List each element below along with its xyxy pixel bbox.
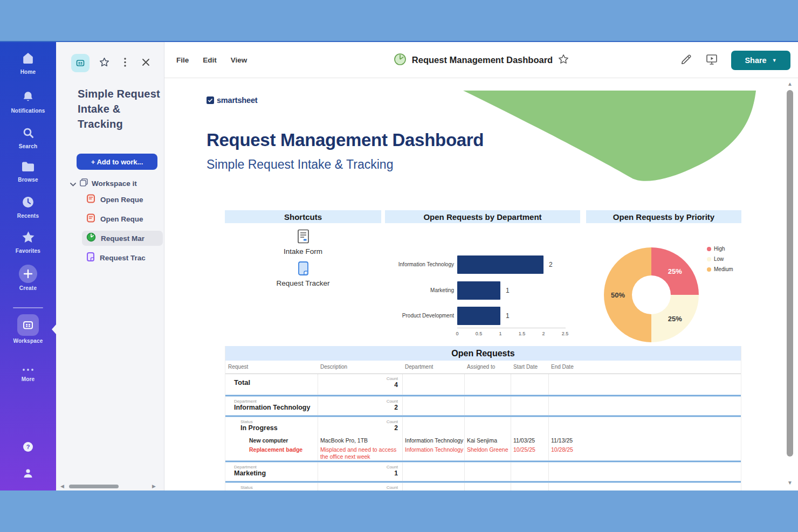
tree-root-workspace-items[interactable]: Workspace it [70, 178, 137, 189]
plus-icon [19, 265, 37, 283]
count-value: 4 [387, 381, 398, 389]
rail-item-search[interactable]: Search [0, 127, 56, 149]
scroll-down-arrow[interactable]: ▼ [787, 480, 793, 486]
bar-category-label: Product Development [385, 313, 454, 319]
rail-item-browse[interactable]: Browse [0, 161, 56, 183]
star-outline-icon [99, 57, 109, 70]
sheet-icon [298, 261, 309, 278]
main-area: FileEditView Request Management Dashboar… [164, 42, 798, 490]
legend-label: Low [714, 256, 724, 262]
donut-slice-label: 25% [668, 314, 682, 322]
legend-dot [707, 257, 711, 261]
tree-root-label: Workspace it [92, 179, 137, 188]
desktop-background: HomeNotificationsSearchBrowseRecentsFavo… [0, 0, 798, 532]
panel-menu-button[interactable] [119, 57, 131, 69]
rail-item-label: Browse [18, 177, 38, 183]
favorite-dashboard-button[interactable] [558, 54, 569, 67]
column-header-4: Start Date [513, 364, 538, 370]
tree-item-label: Open Reque [100, 196, 143, 204]
account-button[interactable] [0, 467, 56, 482]
bar-1 [457, 281, 500, 300]
legend-item-high: High [707, 246, 733, 252]
dashboard-title: Request Management Dashboard [412, 55, 553, 65]
shortcuts-header: Shortcuts [225, 210, 381, 223]
menu-edit[interactable]: Edit [203, 56, 217, 64]
workspace-title: Simple Request Intake & Tracking [78, 86, 161, 132]
bar-value-label: 2 [549, 261, 553, 268]
rail-item-favorites[interactable]: Favorites [0, 231, 56, 254]
group-field-label: Department [234, 465, 257, 469]
add-to-workspace-button[interactable]: + Add to work... [77, 154, 157, 170]
shortcut-label: Intake Form [284, 247, 322, 255]
dashboard-toolbar: FileEditView Request Management Dashboar… [164, 42, 798, 78]
rail-item-create[interactable]: Create [0, 265, 56, 291]
rail-divider [13, 307, 43, 308]
menu-view[interactable]: View [231, 56, 247, 64]
request-row: New computerMacBook Pro, 1TBInformation … [225, 436, 741, 445]
help-button[interactable]: ? [0, 441, 56, 455]
rail-item-recents[interactable]: Recents [0, 196, 56, 219]
column-header-2: Department [405, 364, 433, 370]
close-panel-button[interactable] [140, 57, 152, 69]
dashboard-file-icon [394, 53, 407, 68]
menu-file[interactable]: File [176, 56, 189, 64]
scroll-left-arrow[interactable]: ◀ [60, 483, 64, 489]
workspace-panel: Simple Request Intake & Tracking + Add t… [56, 42, 164, 490]
column-header-0: Request [228, 364, 248, 370]
donut-legend: HighLowMedium [707, 246, 733, 277]
count-block: Count2 [387, 419, 398, 432]
left-nav-rail: HomeNotificationsSearchBrowseRecentsFavo… [0, 42, 56, 490]
x-axis-tick: 0 [456, 331, 458, 336]
request-cell-0: Replacement badge [249, 446, 302, 453]
column-header-1: Description [320, 364, 347, 370]
scroll-right-arrow[interactable]: ▶ [152, 483, 156, 489]
horizontal-scroll-thumb[interactable] [69, 485, 119, 488]
department-chart-widget: Open Requests by Department Information … [385, 210, 580, 334]
tree-item-2[interactable]: Request Mar [82, 231, 163, 246]
tree-item-label: Open Reque [100, 215, 143, 223]
group-row-marketing: DepartmentMarketingCount1 [225, 462, 741, 481]
rail-item-more[interactable]: More [0, 364, 56, 382]
ellipsis-icon [22, 364, 35, 374]
vertical-scroll-thumb[interactable] [787, 90, 793, 457]
group-value: Marketing [234, 469, 266, 477]
x-axis-line [457, 328, 566, 328]
green-decorative-shape [460, 89, 762, 186]
legend-item-medium: Medium [707, 266, 733, 272]
rail-item-workspace[interactable]: Workspace [0, 314, 56, 344]
dashboard-heading: Request Management Dashboard [207, 130, 484, 150]
rail-item-home[interactable]: Home [0, 52, 56, 75]
tree-item-1[interactable]: Open Reque [82, 211, 163, 226]
count-label: Count [387, 485, 398, 490]
smartsheet-logo-icon [207, 96, 214, 104]
share-button[interactable]: Share▼ [731, 51, 790, 70]
count-value: 2 [387, 424, 398, 432]
group-value: Blocked [240, 490, 267, 490]
menu-bar: FileEditView [176, 42, 247, 78]
person-icon [22, 467, 35, 482]
count-value: 1 [387, 469, 398, 477]
chevron-down-icon [70, 179, 76, 189]
workspace-folder-icon [79, 178, 88, 189]
tree-item-0[interactable]: Open Reque [82, 192, 163, 207]
document-icon [86, 252, 95, 264]
scroll-up-arrow[interactable]: ▲ [787, 81, 793, 87]
shortcut-0[interactable]: Intake Form [225, 229, 381, 255]
edit-dashboard-button[interactable] [680, 53, 692, 67]
shortcut-1[interactable]: Request Tracker [225, 261, 381, 287]
count-block: Count1 [387, 485, 398, 490]
bar-0 [457, 255, 544, 274]
shortcut-label: Request Tracker [276, 279, 329, 287]
home-icon [21, 52, 35, 67]
tree-item-3[interactable]: Request Trac [82, 250, 163, 265]
rail-item-notifications[interactable]: Notifications [0, 91, 56, 114]
legend-label: High [714, 246, 725, 252]
dashboard-icon [86, 232, 96, 244]
bar-category-label: Information Technology [385, 261, 454, 267]
rail-item-label: Workspace [13, 338, 43, 344]
request-cell-3: Sheldon Greene [467, 446, 508, 453]
favorite-workspace-button[interactable] [99, 57, 111, 69]
workspace-app-icon[interactable] [71, 54, 90, 72]
present-button[interactable] [705, 53, 718, 68]
request-cell-1: MacBook Pro, 1TB [320, 437, 401, 444]
